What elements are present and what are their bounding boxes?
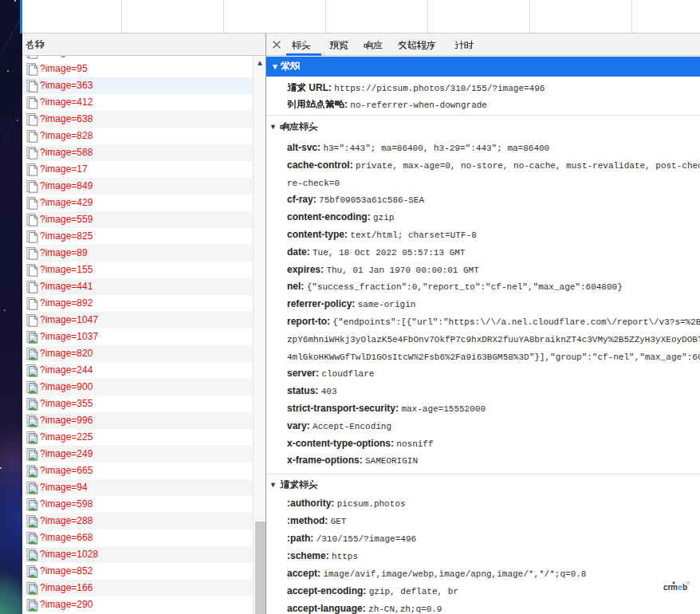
svg-text:b: b xyxy=(682,583,687,592)
svg-text:m: m xyxy=(671,583,678,592)
